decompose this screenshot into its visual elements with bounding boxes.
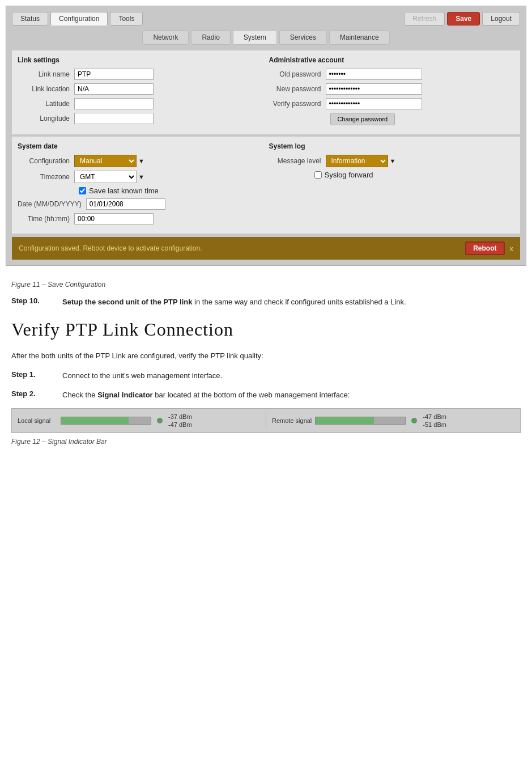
save-button[interactable]: Save (447, 12, 480, 26)
remote-signal-values: -47 dBm -51 dBm (423, 413, 446, 429)
longitude-row: Longitude (18, 113, 263, 124)
new-password-input[interactable] (326, 83, 422, 95)
local-signal-values: -37 dBm -47 dBm (168, 413, 192, 429)
local-dbm-top: -37 dBm (168, 413, 192, 421)
remote-signal-label: Remote signal (272, 417, 312, 424)
main-content: Link settings Link name Link location La… (12, 50, 520, 134)
change-password-row: Change password (269, 113, 515, 125)
signal-indicator-bar: Local signal -37 dBm -47 dBm Remote sign… (11, 408, 521, 433)
step10-label: Step 10. (11, 296, 62, 308)
verify-password-label: Verify password (269, 100, 326, 108)
old-password-label: Old password (269, 70, 326, 78)
message-level-select[interactable]: Information (326, 155, 388, 167)
step2-content: Check the Signal Indicator bar located a… (62, 389, 350, 401)
reboot-button[interactable]: Reboot (465, 241, 504, 255)
latitude-label: Latitude (18, 100, 74, 108)
nav-tab-system[interactable]: System (233, 30, 277, 45)
top-bar-right: Refresh Save Logout (404, 12, 520, 26)
old-password-input[interactable] (326, 69, 422, 80)
syslog-forward-row: Syslog forward (269, 171, 515, 179)
figure12-caption: Figure 12 – Signal Indicator Bar (11, 438, 521, 446)
change-password-button[interactable]: Change password (330, 113, 395, 125)
message-level-label: Message level (269, 157, 326, 165)
timezone-row: Timezone GMT ▼ (18, 171, 263, 183)
system-date-title: System date (18, 142, 263, 150)
message-level-row: Message level Information ▼ (269, 155, 515, 167)
system-log-panel: System log Message level Information ▼ S… (269, 142, 515, 228)
link-location-input[interactable] (74, 83, 154, 95)
step1-label: Step 1. (11, 370, 62, 382)
date-row: Date (MM/DD/YYYY) (18, 198, 263, 210)
tab-tools[interactable]: Tools (110, 12, 143, 26)
latitude-input[interactable] (74, 98, 154, 109)
latitude-row: Latitude (18, 98, 263, 109)
verify-password-row: Verify password (269, 98, 515, 109)
step2-text-pre: Check the (62, 391, 97, 399)
step2-text-post: bar located at the bottom of the web man… (153, 391, 350, 399)
status-bar: Configuration saved. Reboot device to ac… (12, 237, 520, 260)
step10-content: Setup the second unit of the PTP link in… (62, 296, 406, 308)
intro-paragraph: After the both units of the PTP Link are… (11, 350, 521, 362)
longitude-label: Longitude (18, 115, 74, 122)
local-signal-dot (157, 418, 163, 423)
new-password-row: New password (269, 83, 515, 95)
link-name-row: Link name (18, 69, 263, 80)
config-dropdown-arrow: ▼ (138, 158, 144, 164)
device-ui-screenshot: Status Configuration Tools Refresh Save … (6, 6, 526, 266)
old-password-row: Old password (269, 69, 515, 80)
time-row: Time (hh:mm) (18, 213, 263, 224)
new-password-label: New password (269, 85, 326, 93)
date-input[interactable] (86, 198, 165, 210)
tab-configuration[interactable]: Configuration (50, 12, 108, 26)
admin-account-title: Administrative account (269, 56, 515, 64)
status-bar-actions: Reboot x (465, 241, 513, 255)
local-signal-bar-track (61, 417, 151, 425)
nav-tab-services[interactable]: Services (279, 30, 327, 45)
link-location-label: Link location (18, 85, 74, 93)
top-bar-left: Status Configuration Tools (12, 12, 143, 26)
longitude-input[interactable] (74, 113, 154, 124)
remote-signal-bar-track (315, 417, 406, 425)
section-title: Verify PTP Link Connection (11, 319, 521, 340)
config-select[interactable]: Manual (74, 155, 137, 167)
local-dbm-bot: -47 dBm (168, 421, 192, 429)
bottom-section: System date Configuration Manual ▼ Timez… (12, 137, 520, 234)
time-input[interactable] (74, 213, 154, 224)
verify-password-input[interactable] (326, 98, 422, 109)
nav-tabs: Network Radio System Services Maintenanc… (12, 30, 520, 45)
save-last-known-label: Save last known time (89, 187, 159, 195)
status-message: Configuration saved. Reboot device to ac… (19, 244, 202, 252)
local-signal-label: Local signal (18, 417, 57, 424)
timezone-select[interactable]: GMT (74, 171, 137, 183)
nav-tab-radio[interactable]: Radio (191, 30, 230, 45)
system-date-panel: System date Configuration Manual ▼ Timez… (18, 142, 263, 228)
save-last-known-row: Save last known time (79, 187, 263, 195)
refresh-button[interactable]: Refresh (404, 12, 445, 26)
config-label: Configuration (18, 157, 74, 165)
remote-signal-bar-fill (316, 417, 374, 424)
tab-status[interactable]: Status (12, 12, 48, 26)
figure11-caption: Figure 11 – Save Configuration (11, 281, 521, 289)
logout-button[interactable]: Logout (482, 12, 520, 26)
config-row: Configuration Manual ▼ (18, 155, 263, 167)
link-name-label: Link name (18, 70, 74, 78)
step2-row: Step 2. Check the Signal Indicator bar l… (11, 389, 521, 401)
step10-rest: in the same way and check if configured … (192, 298, 406, 306)
syslog-forward-label: Syslog forward (325, 171, 373, 179)
link-location-row: Link location (18, 83, 263, 95)
signal-divider (266, 412, 266, 429)
local-signal-group: Local signal -37 dBm -47 dBm (18, 413, 260, 429)
left-panel: Link settings Link name Link location La… (18, 56, 263, 129)
nav-tab-maintenance[interactable]: Maintenance (329, 30, 390, 45)
step1-row: Step 1. Connect to the unit's web manage… (11, 370, 521, 382)
link-name-input[interactable] (74, 69, 154, 80)
remote-dbm-top: -47 dBm (423, 413, 446, 421)
close-notification-button[interactable]: x (510, 244, 514, 253)
remote-signal-dot (411, 418, 417, 423)
nav-tab-network[interactable]: Network (142, 30, 189, 45)
link-settings-title: Link settings (18, 56, 263, 64)
top-bar: Status Configuration Tools Refresh Save … (12, 12, 520, 26)
step1-content: Connect to the unit's web management int… (62, 370, 222, 382)
syslog-forward-checkbox[interactable] (314, 171, 322, 179)
save-last-known-checkbox[interactable] (79, 187, 86, 194)
